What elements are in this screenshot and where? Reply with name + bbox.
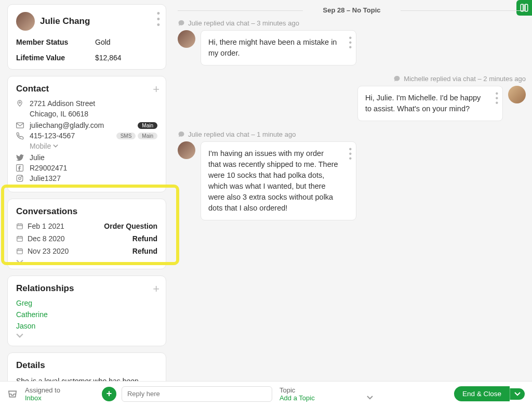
end-close-button[interactable]: End & Close [454, 386, 510, 401]
add-action-button[interactable]: + [102, 387, 116, 401]
conversations-title: Conversations [16, 206, 157, 217]
expand-relationships-button[interactable] [16, 333, 157, 338]
inbox-icon [7, 390, 18, 398]
svg-point-5 [21, 176, 22, 177]
reply-input[interactable] [122, 386, 272, 402]
svg-rect-6 [17, 224, 23, 229]
end-close-dropdown[interactable] [510, 388, 525, 400]
relationships-card: Relationships + Greg Catherine Jason [7, 276, 166, 346]
customer-avatar [16, 12, 35, 31]
conversation-row[interactable]: Nov 23 2020 Refund [16, 247, 157, 255]
instagram-icon [16, 175, 24, 182]
phone-main-tag: Main [138, 133, 157, 139]
message-actions-button[interactable]: ••• [495, 91, 498, 105]
member-status-label: Member Status [16, 38, 68, 46]
profile-menu-button[interactable]: ••• [157, 11, 161, 28]
twitter-icon [16, 154, 24, 161]
sender-avatar [508, 86, 526, 103]
contact-instagram[interactable]: Julie1327 [16, 174, 157, 182]
svg-rect-7 [17, 237, 23, 241]
svg-point-0 [19, 102, 21, 103]
message-bubble: Hi, Julie. I'm Michelle. I'd be happy to… [357, 86, 503, 121]
sender-avatar [178, 30, 195, 48]
phone-sms-tag: SMS [116, 133, 136, 139]
phone-icon [16, 132, 24, 140]
topic-selector[interactable]: Topic Add a Topic [280, 386, 373, 402]
message-meta: Julie replied via chat – 3 minutes ago [178, 19, 526, 27]
svg-point-4 [19, 177, 21, 180]
relationship-link[interactable]: Jason [16, 322, 157, 330]
facebook-icon [16, 164, 24, 172]
contact-card: Contact + 2721 Addison Street Chicago, I… [7, 76, 166, 192]
phone-type-selector[interactable]: Mobile [30, 142, 157, 150]
profile-card: Julie Chang ••• Member Status Gold Lifet… [7, 4, 166, 70]
chevron-down-icon [367, 396, 373, 400]
customer-name: Julie Chang [40, 16, 90, 27]
contact-phone-row[interactable]: 415-123-4567 SMS Main [16, 132, 157, 140]
conversation-date-header: Sep 28 – No Topic [178, 6, 526, 14]
relationship-link[interactable]: Greg [16, 299, 157, 307]
message-meta: Michelle replied via chat – 2 minutes ag… [178, 75, 526, 83]
chat-bubble-icon [393, 75, 401, 82]
conversation-row[interactable]: Dec 8 2020 Refund [16, 234, 157, 243]
calendar-icon [16, 235, 23, 242]
envelope-icon [16, 122, 24, 128]
chat-bubble-icon [178, 20, 185, 27]
ltv-label: Lifetime Value [16, 54, 65, 62]
contact-email-row[interactable]: juliechang@gladly.com Main [16, 121, 157, 129]
calendar-icon [16, 222, 23, 230]
member-status-value: Gold [95, 38, 157, 46]
relationships-title: Relationships [16, 283, 157, 294]
message-actions-button[interactable]: ••• [349, 36, 352, 49]
details-title: Details [16, 360, 157, 371]
chat-bubble-icon [178, 131, 185, 138]
assigned-to[interactable]: Assigned to Inbox [25, 386, 60, 402]
add-relationship-button[interactable]: + [153, 282, 159, 296]
svg-rect-8 [17, 249, 23, 254]
svg-rect-1 [17, 123, 24, 128]
message-actions-button[interactable]: ••• [349, 147, 352, 161]
composer-footer: Assigned to Inbox + Topic Add a Topic En… [0, 381, 532, 406]
customer-sidebar: Julie Chang ••• Member Status Gold Lifet… [0, 0, 171, 406]
conversation-panel: Sep 28 – No Topic Julie replied via chat… [171, 0, 532, 406]
contact-address[interactable]: 2721 Addison Street [16, 99, 157, 108]
relationship-link[interactable]: Catherine [16, 310, 157, 319]
contact-title: Contact [16, 84, 157, 94]
chevron-down-icon [53, 144, 58, 148]
message-bubble: Hi, there might have been a mistake in m… [201, 30, 356, 66]
add-contact-button[interactable]: + [153, 83, 159, 96]
calendar-icon [16, 247, 23, 255]
contact-facebook[interactable]: R29002471 [16, 164, 157, 172]
email-main-tag: Main [138, 122, 157, 129]
conversations-card: Conversations Feb 1 2021 Order Question … [7, 199, 166, 269]
ltv-value: $12,864 [95, 54, 157, 62]
conversation-row[interactable]: Feb 1 2021 Order Question [16, 222, 157, 230]
message-bubble: I'm having an issues with my order that … [201, 141, 356, 220]
message-meta: Julie replied via chat – 1 minute ago [178, 130, 526, 138]
sender-avatar [178, 141, 195, 159]
location-pin-icon [16, 99, 24, 108]
expand-conversations-button[interactable] [16, 259, 157, 265]
contact-twitter[interactable]: Julie [16, 153, 157, 162]
